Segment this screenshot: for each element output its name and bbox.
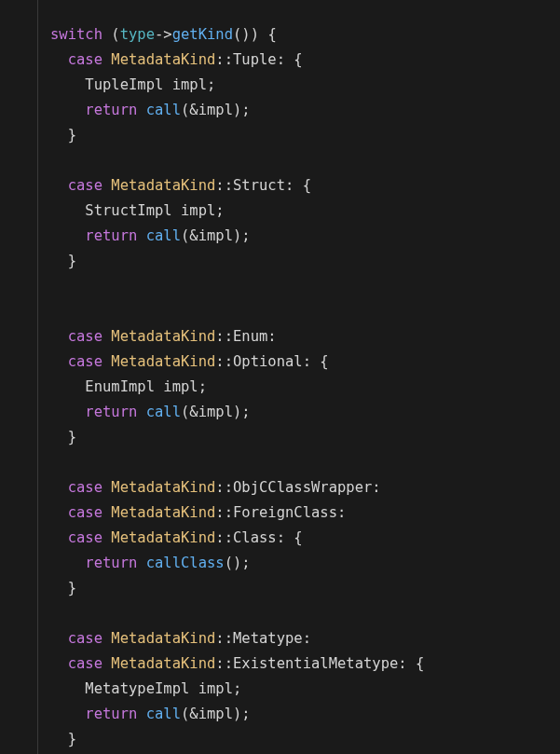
class-metadatakind: MetadataKind [111,630,215,647]
call-args: (&impl); [181,404,251,420]
brace-open: { [267,26,276,43]
colon: : [398,655,406,672]
scope-op: :: [215,328,233,345]
colon: : [267,328,276,345]
scope-op: :: [215,504,233,521]
label-struct: Struct [233,177,285,194]
fn-getkind: getKind [172,26,233,43]
arrow-op: -> [155,26,172,43]
call-args: (&impl); [181,227,251,244]
keyword-return: return [85,227,137,244]
keyword-return: return [85,102,137,118]
scope-op: :: [215,479,233,496]
decl-metatypeimpl: MetatypeImpl impl; [85,680,241,697]
scope-op: :: [215,51,233,68]
class-metadatakind: MetadataKind [111,51,215,68]
code-block: switch (type->getKind()) { case Metadata… [50,22,560,752]
brace-close: } [68,127,76,144]
scope-op: :: [215,630,233,647]
keyword-case: case [68,529,102,546]
scope-op: :: [215,177,233,194]
keyword-case: case [68,353,102,370]
label-existentialmetatype: ExistentialMetatype [233,655,398,672]
keyword-case: case [68,177,102,194]
keyword-case: case [68,655,102,672]
class-metadatakind: MetadataKind [111,479,215,496]
label-objcclasswrapper: ObjCClassWrapper [233,479,372,496]
paren-open: ( [111,26,119,43]
fn-call: call [146,227,181,244]
fn-call: call [146,102,181,118]
colon: : [303,353,311,370]
colon: : [303,630,311,647]
fn-call: call [146,706,181,722]
brace-close: } [68,580,76,596]
fn-callclass: callClass [146,555,225,571]
class-metadatakind: MetadataKind [111,353,215,370]
call-parens: () [233,26,251,43]
class-metadatakind: MetadataKind [111,177,215,194]
decl-structimpl: StructImpl impl; [85,202,224,219]
brace-close: } [68,731,76,747]
keyword-case: case [68,504,102,521]
call-parens: (); [225,555,251,571]
class-metadatakind: MetadataKind [111,529,215,546]
paren-close: ) [251,26,259,43]
keyword-return: return [85,404,137,420]
indent-guide [37,0,38,754]
colon: : [285,177,294,194]
brace-open: { [294,529,302,546]
colon: : [337,504,346,521]
label-metatype: Metatype [233,630,303,647]
scope-op: :: [215,529,233,546]
keyword-return: return [85,706,137,722]
scope-op: :: [215,655,233,672]
call-args: (&impl); [181,706,251,722]
class-metadatakind: MetadataKind [111,328,215,345]
colon: : [277,529,285,546]
class-metadatakind: MetadataKind [111,504,215,521]
class-metadatakind: MetadataKind [111,655,215,672]
keyword-case: case [68,630,102,647]
brace-open: { [416,655,424,672]
keyword-case: case [68,479,102,496]
keyword-switch: switch [50,26,102,43]
label-optional: Optional [233,353,303,370]
decl-tupleimpl: TupleImpl impl; [85,76,215,93]
fn-call: call [146,404,181,420]
call-args: (&impl); [181,102,251,118]
var-type: type [120,26,155,43]
label-tuple: Tuple [233,51,277,68]
decl-enumimpl: EnumImpl impl; [85,378,207,395]
brace-open: { [294,51,302,68]
brace-close: } [68,429,76,446]
scope-op: :: [215,353,233,370]
colon: : [277,51,285,68]
keyword-case: case [68,328,102,345]
label-class: Class [233,529,277,546]
keyword-case: case [68,51,102,68]
brace-open: { [303,177,311,194]
brace-close: } [68,253,76,269]
brace-open: { [320,353,328,370]
colon: : [372,479,380,496]
keyword-return: return [85,555,137,571]
label-foreignclass: ForeignClass [233,504,337,521]
label-enum: Enum [233,328,267,345]
